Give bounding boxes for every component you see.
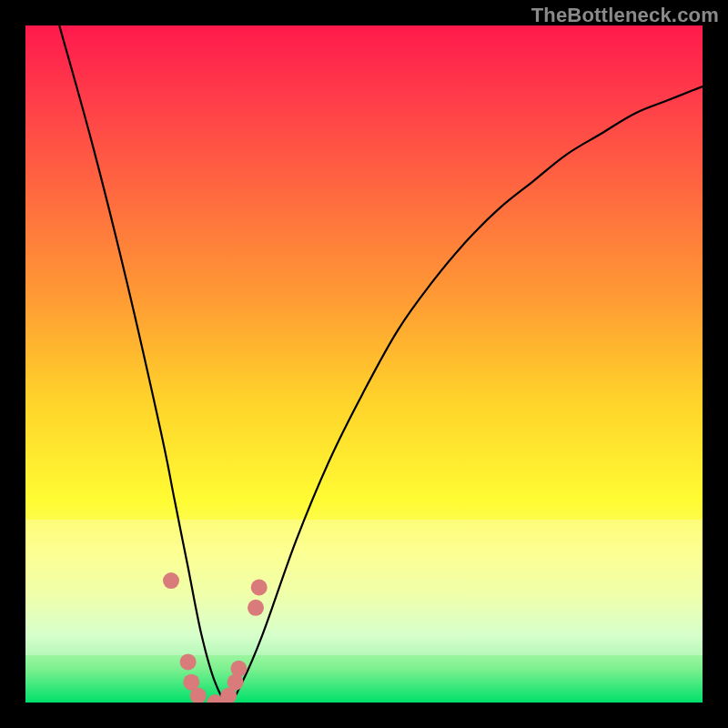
curve-marker [228, 674, 244, 691]
curve-marker [248, 600, 264, 616]
curve-marker [207, 694, 223, 703]
curve-markers [163, 572, 268, 703]
chart-svg [25, 25, 703, 703]
curve-marker [230, 661, 247, 677]
curve-marker [220, 688, 237, 703]
curve-marker [180, 653, 197, 670]
curve-marker [190, 688, 207, 703]
curve-marker [251, 580, 268, 596]
highlight-band [25, 520, 703, 655]
watermark-text: TheBottleneck.com [531, 4, 719, 27]
curve-marker [163, 572, 179, 589]
chart-plot-area [25, 25, 703, 703]
bottleneck-curve [59, 25, 703, 703]
curve-marker [183, 674, 199, 691]
